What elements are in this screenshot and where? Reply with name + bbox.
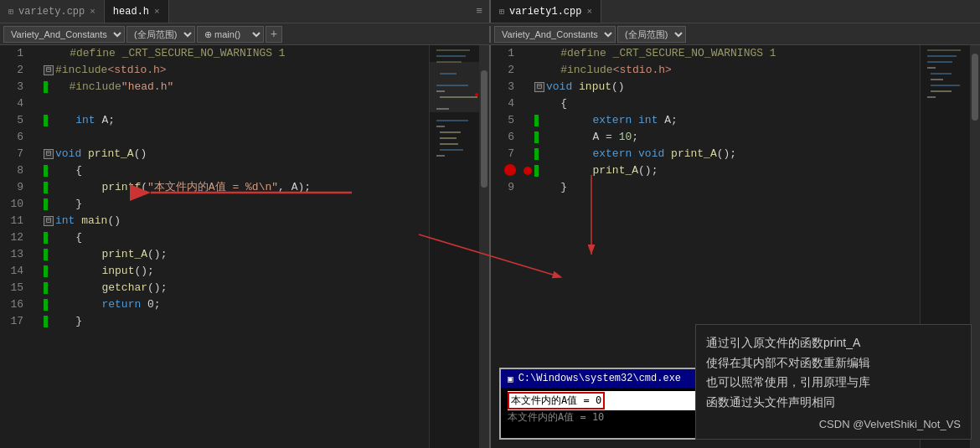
scope-bar: Variety_And_Constants (全局范围) ⊕ main() + … <box>0 23 980 45</box>
scrollbar-thumb[interactable] <box>481 70 487 188</box>
code-line-1: #define _CRT_SECURE_NO_WARNINGS 1 <box>30 45 429 62</box>
tab-variety1-cpp[interactable]: ⊞ variety1.cpp × <box>491 0 601 23</box>
project-select-right[interactable]: Variety_And_Constants <box>494 26 616 43</box>
right-code-line-8: print_A(); <box>521 162 920 179</box>
func-select-left[interactable]: ⊕ main() <box>197 26 264 43</box>
left-line-numbers: 12345 678910 1112131415 1617 <box>0 45 30 448</box>
svg-rect-16 <box>927 55 957 57</box>
scope-bar-right: Variety_And_Constants (全局范围) <box>491 26 980 43</box>
code-line-6 <box>30 129 429 146</box>
svg-rect-4 <box>436 85 468 86</box>
svg-rect-9 <box>436 126 445 127</box>
right-code-line-3: ⊟ void input() <box>521 79 920 95</box>
fold-button[interactable]: ⊟ <box>44 65 54 75</box>
bookmark-indicator <box>534 131 539 143</box>
editor-area: 12345 678910 1112131415 1617 #define _CR… <box>0 45 980 448</box>
project-select-left[interactable]: Variety_And_Constants <box>3 26 125 43</box>
cmd-title-text: C:\Windows\system32\cmd.exe <box>518 373 681 384</box>
bookmark-indicator <box>44 165 48 177</box>
svg-rect-18 <box>927 67 936 69</box>
code-line-5: int A; <box>30 112 429 129</box>
svg-rect-10 <box>440 131 461 133</box>
svg-rect-13 <box>440 149 463 151</box>
bookmark-indicator <box>44 249 48 260</box>
svg-rect-11 <box>440 137 456 139</box>
cmd-icon: ▣ <box>508 373 513 384</box>
bookmark-indicator <box>534 165 539 177</box>
code-line-3: #include"head.h" <box>30 79 429 95</box>
tab-head-h[interactable]: head.h × <box>105 0 169 23</box>
svg-rect-20 <box>931 79 943 80</box>
left-minimap <box>429 45 479 448</box>
code-line-7: ⊟ void print_A() <box>30 146 429 162</box>
svg-rect-2 <box>436 61 462 63</box>
code-line-13: print_A(); <box>30 246 429 263</box>
tab-close-icon[interactable]: × <box>586 7 592 17</box>
code-line-10: } <box>30 196 429 213</box>
code-line-9: printf("本文件内的A值 = %d\n", A); <box>30 179 429 196</box>
annotation-text: 通过引入原文件的函数print_A使得在其内部不对函数重新编辑也可以照常使用，引… <box>706 333 961 413</box>
bookmark-indicator <box>44 81 48 93</box>
bookmark-indicator <box>44 115 48 126</box>
svg-rect-22 <box>931 90 952 92</box>
tab-close-icon[interactable]: × <box>154 7 160 17</box>
breakpoint-dot <box>524 167 532 175</box>
tab-pin-icon: ⊞ <box>499 7 504 17</box>
tab-label: variety.cpp <box>18 6 85 18</box>
tab-settings-button[interactable]: ≡ <box>469 0 489 23</box>
svg-rect-15 <box>927 49 961 51</box>
svg-rect-3 <box>440 73 456 75</box>
code-line-8: { <box>30 162 429 179</box>
tab-variety-cpp[interactable]: ⊞ variety.cpp × <box>0 0 105 23</box>
right-code-line-7: extern void print_A(); <box>521 146 920 162</box>
svg-rect-12 <box>440 143 458 145</box>
right-code-line-1: #define _CRT_SECURE_NO_WARNINGS 1 <box>521 45 920 62</box>
left-red-circle <box>504 164 516 176</box>
svg-rect-21 <box>931 85 960 86</box>
right-code-line-9: } <box>521 179 920 196</box>
scope-add-button[interactable]: + <box>266 26 282 43</box>
fold-button[interactable]: ⊟ <box>44 216 54 226</box>
code-line-16: return 0; <box>30 296 429 313</box>
cmd-output-highlighted: 本文件内的A值 = 0 <box>508 392 605 409</box>
right-code-line-2: #include<stdio.h> <box>521 62 920 79</box>
svg-rect-0 <box>436 49 470 51</box>
code-line-12: { <box>30 229 429 246</box>
code-line-15: getchar(); <box>30 280 429 296</box>
bookmark-indicator <box>44 182 48 193</box>
bookmark-indicator <box>534 148 539 160</box>
tab-close-icon[interactable]: × <box>90 7 95 17</box>
bookmark-indicator <box>534 115 539 126</box>
scrollbar-thumb[interactable] <box>972 54 978 121</box>
bookmark-indicator <box>44 232 48 244</box>
svg-rect-5 <box>436 90 445 92</box>
settings-icon: ≡ <box>476 5 482 18</box>
scope-select-right[interactable]: (全局范围) <box>617 26 686 43</box>
scope-select-left[interactable]: (全局范围) <box>126 26 195 43</box>
right-code-line-6: A = 10; <box>521 129 920 146</box>
tab-label: variety1.cpp <box>509 6 581 18</box>
code-line-2: ⊟ #include<stdio.h> <box>30 62 429 79</box>
svg-rect-8 <box>436 120 468 121</box>
svg-rect-23 <box>927 96 936 98</box>
fold-button[interactable]: ⊟ <box>44 149 54 159</box>
left-scrollbar[interactable] <box>479 45 489 448</box>
svg-rect-6 <box>440 96 477 98</box>
bookmark-indicator <box>44 265 48 277</box>
right-tab-bar: ⊞ variety1.cpp × <box>491 0 980 23</box>
right-code-line-4: { <box>521 95 920 112</box>
right-panel: 12345 6789 #define _CRT_SECURE_NO_WARNIN… <box>491 45 980 448</box>
svg-rect-7 <box>436 108 449 110</box>
right-code-line-5: extern int A; <box>521 112 920 129</box>
breakpoint-area[interactable] <box>521 167 534 175</box>
fold-button[interactable]: ⊟ <box>534 82 544 92</box>
svg-rect-17 <box>927 61 952 63</box>
svg-rect-19 <box>931 73 952 75</box>
code-line-14: input(); <box>30 263 429 280</box>
bookmark-indicator <box>44 299 48 311</box>
annotation-box: 通过引入原文件的函数print_A使得在其内部不对函数重新编辑也可以照常使用，引… <box>695 324 972 440</box>
code-line-11: ⊟ int main() <box>30 213 429 229</box>
code-line-4 <box>30 95 429 112</box>
bookmark-indicator <box>44 198 48 210</box>
right-panel-inner: 12345 6789 #define _CRT_SECURE_NO_WARNIN… <box>491 45 980 448</box>
